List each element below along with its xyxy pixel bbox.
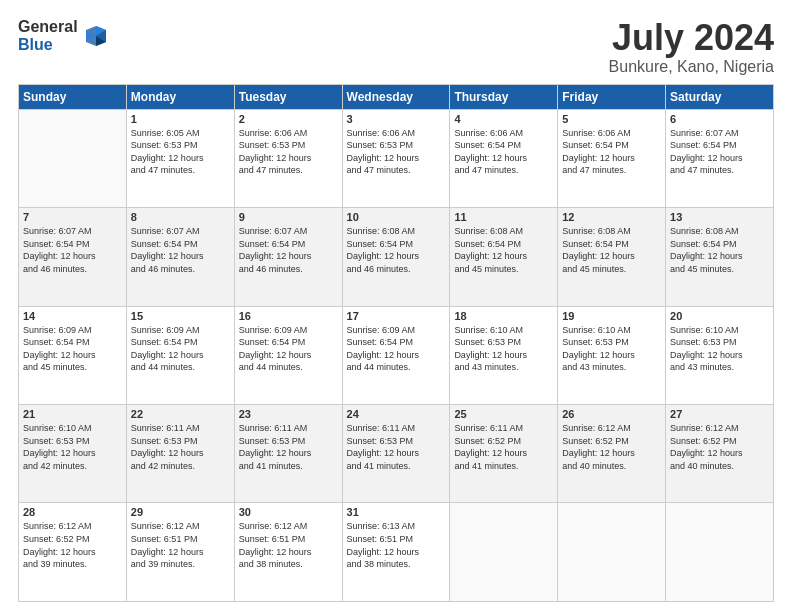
col-thursday: Thursday — [450, 84, 558, 109]
cell-text: Sunrise: 6:06 AM Sunset: 6:54 PM Dayligh… — [454, 127, 553, 177]
day-number: 16 — [239, 310, 338, 322]
location: Bunkure, Kano, Nigeria — [609, 58, 774, 76]
cell-3-2: 15Sunrise: 6:09 AM Sunset: 6:54 PM Dayli… — [126, 306, 234, 404]
cell-text: Sunrise: 6:09 AM Sunset: 6:54 PM Dayligh… — [239, 324, 338, 374]
cell-3-3: 16Sunrise: 6:09 AM Sunset: 6:54 PM Dayli… — [234, 306, 342, 404]
cell-text: Sunrise: 6:08 AM Sunset: 6:54 PM Dayligh… — [347, 225, 446, 275]
day-number: 10 — [347, 211, 446, 223]
day-number: 5 — [562, 113, 661, 125]
col-saturday: Saturday — [666, 84, 774, 109]
cell-2-1: 7Sunrise: 6:07 AM Sunset: 6:54 PM Daylig… — [19, 208, 127, 306]
cell-2-7: 13Sunrise: 6:08 AM Sunset: 6:54 PM Dayli… — [666, 208, 774, 306]
day-number: 2 — [239, 113, 338, 125]
cell-text: Sunrise: 6:13 AM Sunset: 6:51 PM Dayligh… — [347, 520, 446, 570]
cell-text: Sunrise: 6:07 AM Sunset: 6:54 PM Dayligh… — [670, 127, 769, 177]
cell-4-4: 24Sunrise: 6:11 AM Sunset: 6:53 PM Dayli… — [342, 405, 450, 503]
week-row-1: 1Sunrise: 6:05 AM Sunset: 6:53 PM Daylig… — [19, 109, 774, 207]
cell-text: Sunrise: 6:10 AM Sunset: 6:53 PM Dayligh… — [23, 422, 122, 472]
cell-4-7: 27Sunrise: 6:12 AM Sunset: 6:52 PM Dayli… — [666, 405, 774, 503]
cell-3-6: 19Sunrise: 6:10 AM Sunset: 6:53 PM Dayli… — [558, 306, 666, 404]
cell-4-3: 23Sunrise: 6:11 AM Sunset: 6:53 PM Dayli… — [234, 405, 342, 503]
day-number: 27 — [670, 408, 769, 420]
day-number: 30 — [239, 506, 338, 518]
col-tuesday: Tuesday — [234, 84, 342, 109]
cell-text: Sunrise: 6:07 AM Sunset: 6:54 PM Dayligh… — [23, 225, 122, 275]
cell-text: Sunrise: 6:10 AM Sunset: 6:53 PM Dayligh… — [670, 324, 769, 374]
day-number: 24 — [347, 408, 446, 420]
cell-1-3: 2Sunrise: 6:06 AM Sunset: 6:53 PM Daylig… — [234, 109, 342, 207]
cell-2-2: 8Sunrise: 6:07 AM Sunset: 6:54 PM Daylig… — [126, 208, 234, 306]
cell-1-1 — [19, 109, 127, 207]
cell-5-4: 31Sunrise: 6:13 AM Sunset: 6:51 PM Dayli… — [342, 503, 450, 602]
cell-text: Sunrise: 6:12 AM Sunset: 6:51 PM Dayligh… — [239, 520, 338, 570]
day-number: 8 — [131, 211, 230, 223]
cell-text: Sunrise: 6:12 AM Sunset: 6:51 PM Dayligh… — [131, 520, 230, 570]
month-year: July 2024 — [609, 18, 774, 58]
cell-2-6: 12Sunrise: 6:08 AM Sunset: 6:54 PM Dayli… — [558, 208, 666, 306]
cell-text: Sunrise: 6:08 AM Sunset: 6:54 PM Dayligh… — [562, 225, 661, 275]
cell-2-4: 10Sunrise: 6:08 AM Sunset: 6:54 PM Dayli… — [342, 208, 450, 306]
col-friday: Friday — [558, 84, 666, 109]
week-row-3: 14Sunrise: 6:09 AM Sunset: 6:54 PM Dayli… — [19, 306, 774, 404]
logo-general: General — [18, 18, 78, 36]
logo-blue: Blue — [18, 36, 78, 54]
cell-3-7: 20Sunrise: 6:10 AM Sunset: 6:53 PM Dayli… — [666, 306, 774, 404]
day-number: 18 — [454, 310, 553, 322]
day-number: 9 — [239, 211, 338, 223]
cell-1-2: 1Sunrise: 6:05 AM Sunset: 6:53 PM Daylig… — [126, 109, 234, 207]
cell-4-2: 22Sunrise: 6:11 AM Sunset: 6:53 PM Dayli… — [126, 405, 234, 503]
cell-4-5: 25Sunrise: 6:11 AM Sunset: 6:52 PM Dayli… — [450, 405, 558, 503]
day-number: 14 — [23, 310, 122, 322]
col-sunday: Sunday — [19, 84, 127, 109]
cell-1-6: 5Sunrise: 6:06 AM Sunset: 6:54 PM Daylig… — [558, 109, 666, 207]
day-number: 26 — [562, 408, 661, 420]
day-number: 17 — [347, 310, 446, 322]
cell-5-1: 28Sunrise: 6:12 AM Sunset: 6:52 PM Dayli… — [19, 503, 127, 602]
cell-4-6: 26Sunrise: 6:12 AM Sunset: 6:52 PM Dayli… — [558, 405, 666, 503]
col-monday: Monday — [126, 84, 234, 109]
day-number: 22 — [131, 408, 230, 420]
cell-2-3: 9Sunrise: 6:07 AM Sunset: 6:54 PM Daylig… — [234, 208, 342, 306]
day-number: 15 — [131, 310, 230, 322]
page: General Blue July 2024 Bunkure, Kano, Ni… — [0, 0, 792, 612]
header-row: Sunday Monday Tuesday Wednesday Thursday… — [19, 84, 774, 109]
cell-text: Sunrise: 6:12 AM Sunset: 6:52 PM Dayligh… — [562, 422, 661, 472]
title-block: July 2024 Bunkure, Kano, Nigeria — [609, 18, 774, 76]
cell-text: Sunrise: 6:10 AM Sunset: 6:53 PM Dayligh… — [562, 324, 661, 374]
day-number: 1 — [131, 113, 230, 125]
day-number: 4 — [454, 113, 553, 125]
cell-text: Sunrise: 6:09 AM Sunset: 6:54 PM Dayligh… — [131, 324, 230, 374]
cell-5-7 — [666, 503, 774, 602]
day-number: 7 — [23, 211, 122, 223]
col-wednesday: Wednesday — [342, 84, 450, 109]
cell-text: Sunrise: 6:12 AM Sunset: 6:52 PM Dayligh… — [23, 520, 122, 570]
week-row-5: 28Sunrise: 6:12 AM Sunset: 6:52 PM Dayli… — [19, 503, 774, 602]
cell-5-5 — [450, 503, 558, 602]
cell-3-4: 17Sunrise: 6:09 AM Sunset: 6:54 PM Dayli… — [342, 306, 450, 404]
logo-text: General Blue — [18, 18, 78, 53]
day-number: 29 — [131, 506, 230, 518]
cell-text: Sunrise: 6:06 AM Sunset: 6:54 PM Dayligh… — [562, 127, 661, 177]
cell-text: Sunrise: 6:08 AM Sunset: 6:54 PM Dayligh… — [670, 225, 769, 275]
day-number: 23 — [239, 408, 338, 420]
day-number: 6 — [670, 113, 769, 125]
cell-text: Sunrise: 6:11 AM Sunset: 6:52 PM Dayligh… — [454, 422, 553, 472]
day-number: 21 — [23, 408, 122, 420]
cell-text: Sunrise: 6:12 AM Sunset: 6:52 PM Dayligh… — [670, 422, 769, 472]
cell-text: Sunrise: 6:11 AM Sunset: 6:53 PM Dayligh… — [239, 422, 338, 472]
cell-1-7: 6Sunrise: 6:07 AM Sunset: 6:54 PM Daylig… — [666, 109, 774, 207]
cell-text: Sunrise: 6:09 AM Sunset: 6:54 PM Dayligh… — [347, 324, 446, 374]
calendar-body: 1Sunrise: 6:05 AM Sunset: 6:53 PM Daylig… — [19, 109, 774, 601]
day-number: 20 — [670, 310, 769, 322]
cell-text: Sunrise: 6:06 AM Sunset: 6:53 PM Dayligh… — [347, 127, 446, 177]
cell-text: Sunrise: 6:05 AM Sunset: 6:53 PM Dayligh… — [131, 127, 230, 177]
day-number: 28 — [23, 506, 122, 518]
cell-3-5: 18Sunrise: 6:10 AM Sunset: 6:53 PM Dayli… — [450, 306, 558, 404]
day-number: 31 — [347, 506, 446, 518]
day-number: 25 — [454, 408, 553, 420]
cell-text: Sunrise: 6:11 AM Sunset: 6:53 PM Dayligh… — [131, 422, 230, 472]
logo-icon — [82, 22, 110, 50]
logo: General Blue — [18, 18, 110, 53]
day-number: 3 — [347, 113, 446, 125]
header: General Blue July 2024 Bunkure, Kano, Ni… — [18, 18, 774, 76]
